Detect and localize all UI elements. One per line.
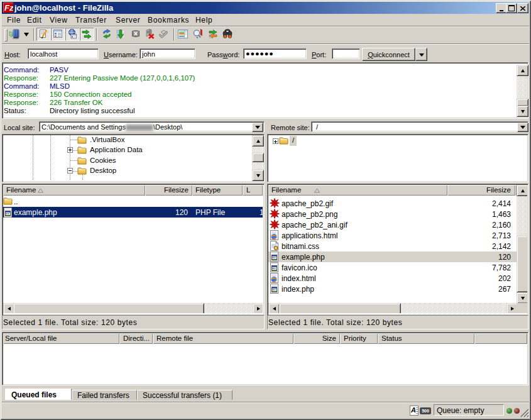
svg-text:Fz: Fz — [4, 3, 13, 13]
